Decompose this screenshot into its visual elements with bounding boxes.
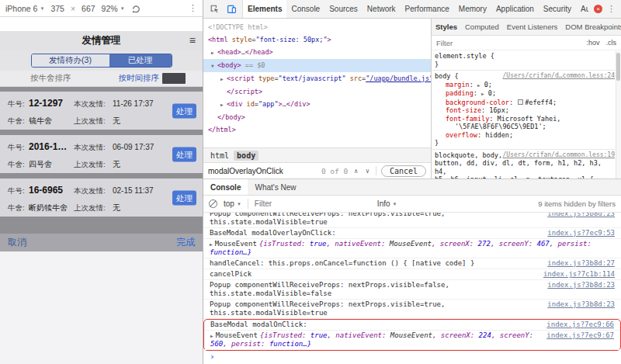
find-cancel-button[interactable]: Cancel: [381, 165, 426, 177]
rotate-icon[interactable]: [131, 4, 141, 13]
source-link[interactable]: index.js?3b8d:23: [547, 281, 615, 289]
source-link[interactable]: index.js?7c1b:114: [543, 270, 615, 279]
tab-dom-breakpoints[interactable]: DOM Breakpoints: [561, 23, 621, 31]
styles-scrollbar[interactable]: [616, 51, 621, 179]
tab-sources[interactable]: Sources: [324, 0, 363, 18]
tab-audits[interactable]: Audits: [576, 0, 588, 18]
device-select[interactable]: iPhone 6▼: [5, 4, 44, 13]
tab-application[interactable]: Application: [491, 0, 539, 18]
cancel-button[interactable]: 取消: [8, 236, 26, 249]
tab-processed[interactable]: 已处理: [109, 54, 172, 67]
css-property[interactable]: background-color: #efeff4;: [435, 99, 615, 107]
device-toolbar-icon[interactable]: [224, 2, 239, 17]
styles-filter-bar: :hov .cls: [432, 36, 621, 50]
css-property[interactable]: padding: ▶ 0;: [435, 89, 615, 99]
tab-elements[interactable]: Elements: [243, 0, 286, 18]
prompt-icon: ›: [210, 352, 215, 362]
find-match-count: 0 of 0: [321, 167, 348, 175]
log-level-select[interactable]: Info▼: [377, 199, 397, 208]
more-icon[interactable]: ⋮: [189, 3, 197, 13]
inline-style-rule[interactable]: element.style { }: [432, 50, 615, 71]
scrollbar-thumb[interactable]: [616, 53, 620, 81]
script-src-link[interactable]: "/uapp/bundle.js": [366, 75, 431, 82]
source-link[interactable]: index.js?7ec9:67: [546, 331, 614, 340]
expand-icon[interactable]: ▶: [220, 73, 227, 85]
stylesheet-link[interactable]: /Users/crifan/d…common.less:24: [503, 72, 616, 81]
tab-console[interactable]: Console: [286, 0, 324, 18]
inspect-icon[interactable]: [206, 2, 222, 17]
barn-label: 牛舍:: [8, 160, 29, 170]
script-node[interactable]: ▶<script type="text/javascript" src="/ua…: [203, 72, 431, 85]
console-message-object: ▶MouseEvent{isTrusted: true, nativeEvent…: [203, 239, 621, 258]
find-next-icon[interactable]: ∨: [364, 168, 371, 175]
list-item-line2: 牛舍:镜牛舍上次发情:无: [8, 113, 196, 127]
breadcrumb-html[interactable]: html: [207, 151, 232, 161]
tab-styles[interactable]: Styles: [432, 23, 461, 31]
tab-console[interactable]: Console: [203, 179, 248, 195]
device-width-field[interactable]: 375: [50, 4, 64, 13]
clear-console-icon[interactable]: [209, 199, 217, 208]
styles-filter-input[interactable]: [436, 39, 580, 47]
sort-by-time[interactable]: 按时间排序: [119, 73, 160, 84]
tab-event-listeners[interactable]: Event Listeners: [503, 23, 561, 31]
tab-pending-estrus[interactable]: 发情待办(3): [32, 54, 109, 67]
find-previous-icon[interactable]: ∧: [352, 168, 359, 175]
pseudo-state-toggle[interactable]: :hov: [586, 39, 599, 47]
sort-by-barn[interactable]: 按牛舍排序: [30, 73, 71, 84]
tab-memory[interactable]: Memory: [454, 0, 491, 18]
current-estrus-label: 本次发情:: [74, 186, 113, 196]
reset-rule[interactable]: /Users/crifan/d…common.less:19blockquote…: [432, 150, 615, 179]
error-badge-icon[interactable]: ×: [594, 5, 602, 13]
console-filter-input[interactable]: [255, 199, 371, 208]
css-property[interactable]: overflow: hidden;: [435, 131, 615, 140]
menu-icon[interactable]: ≡: [189, 34, 196, 47]
find-input[interactable]: [208, 167, 317, 175]
color-swatch[interactable]: [518, 99, 523, 105]
done-button[interactable]: 完成: [176, 236, 195, 249]
source-link[interactable]: index.js?7ec9:53: [547, 229, 615, 237]
zoom-select[interactable]: 92%▼: [102, 4, 125, 13]
source-link[interactable]: index.js?3b8d:23: [547, 213, 615, 218]
expand-icon[interactable]: ▶: [210, 333, 213, 338]
html-close-node[interactable]: </html>: [203, 123, 431, 136]
handle-button[interactable]: 处理: [172, 103, 196, 118]
body-close-node[interactable]: </body>: [203, 111, 431, 123]
source-link[interactable]: index.js?3b8d:27: [547, 259, 615, 268]
expand-icon[interactable]: ▶: [211, 47, 217, 59]
list-item-line1: 牛号:16-6965本次发情:02-15 11:37: [8, 182, 196, 196]
toolbar-separator: [248, 199, 248, 209]
tab-security[interactable]: Security: [539, 0, 576, 18]
expand-icon[interactable]: ▶: [220, 99, 227, 111]
execution-context-select[interactable]: top▼: [224, 199, 241, 208]
expand-icon[interactable]: ▶: [210, 241, 213, 247]
breadcrumb-body[interactable]: body: [234, 151, 258, 161]
body-rule[interactable]: /Users/crifan/d…common.less:24body { mar…: [432, 71, 615, 150]
tab-computed[interactable]: Computed: [461, 23, 503, 31]
handle-button[interactable]: 处理: [172, 147, 196, 161]
doctype-node[interactable]: <!DOCTYPE html>: [203, 21, 431, 33]
script-close-node[interactable]: </script>: [203, 85, 431, 98]
head-node[interactable]: ▶<head>…</head>: [203, 46, 431, 59]
css-property[interactable]: font-family: Microsoft Yahei,: [435, 115, 615, 123]
list-item[interactable]: 牛号:2016-1…本次发情:06-09 17:37 牛舍:四号舍上次发情:无 …: [0, 135, 203, 173]
source-link[interactable]: index.js?7ec9:66: [546, 321, 614, 329]
source-link[interactable]: index.js?3b8d:23: [547, 300, 615, 309]
handle-button[interactable]: 处理: [172, 190, 196, 205]
tab-network[interactable]: Network: [363, 0, 401, 18]
html-open-node[interactable]: <html style="font-size: 50px;">: [203, 33, 431, 46]
tab-performance[interactable]: Performance: [401, 0, 454, 18]
collapse-icon[interactable]: ▼: [211, 60, 217, 72]
app-div-node[interactable]: ▶<div id="app">…</div>: [203, 98, 431, 111]
body-node-selected[interactable]: ▼<body> == $0: [203, 59, 431, 72]
css-property[interactable]: margin: ▶ 0;: [435, 81, 615, 90]
object-preview: {isTrusted: true, nativeEvent: MouseEven…: [210, 331, 533, 348]
class-toggle[interactable]: .cls: [606, 39, 617, 47]
list-item[interactable]: 牛号:12-1297本次发情:11-26 17:37 牛舍:镜牛舍上次发情:无 …: [0, 92, 203, 130]
css-property[interactable]: font-size: 16px;: [435, 106, 615, 115]
stylesheet-link[interactable]: /Users/crifan/d…common.less:19: [503, 151, 616, 160]
more-icon[interactable]: ⋮: [607, 4, 616, 14]
device-height-field[interactable]: 667: [82, 4, 95, 13]
console-prompt[interactable]: ›: [203, 351, 621, 364]
tab-whats-new[interactable]: What's New: [248, 179, 303, 195]
list-item[interactable]: 牛号:16-6965本次发情:02-15 11:37 牛舍:断奶犊牛舍上次发情:…: [0, 179, 203, 217]
